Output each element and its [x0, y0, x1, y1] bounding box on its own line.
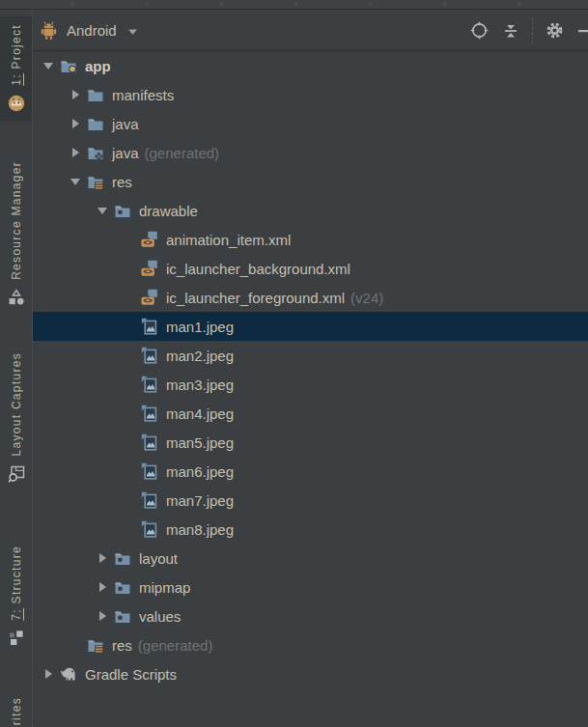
expand-arrow[interactable]: [64, 90, 87, 99]
tree-row[interactable]: <> animation_item.xml: [33, 225, 588, 254]
svg-text:<>: <>: [143, 267, 153, 276]
tree-row[interactable]: mipmap: [33, 573, 588, 601]
tree-row[interactable]: <> ic_launcher_background.xml: [33, 254, 588, 283]
android-studio-project-panel: 1: Project Resource Manager Layout Captu…: [0, 0, 588, 727]
tool-window-tab-layout-captures[interactable]: Layout Captures: [0, 345, 32, 491]
main-toolbar-remnant: [0, 0, 588, 10]
view-selector[interactable]: Android: [40, 20, 138, 41]
tree-row[interactable]: java: [33, 109, 588, 138]
tree-row-label: man7.jpeg: [166, 492, 234, 509]
expand-arrow[interactable]: [91, 582, 114, 592]
image-file-icon: [141, 376, 160, 393]
expand-arrow[interactable]: [91, 553, 114, 563]
tree-row-label: man3.jpeg: [166, 377, 234, 393]
tool-window-tab-1-project[interactable]: 1: Project: [0, 16, 32, 121]
expand-arrow[interactable]: [37, 669, 60, 679]
tool-window-tab-label: Layout Captures: [10, 352, 23, 457]
tree-row-label: res: [112, 174, 132, 190]
android-robot-icon: [40, 20, 58, 41]
image-file-icon: [141, 433, 160, 451]
tree-row-label: values: [139, 608, 181, 625]
tree-row[interactable]: <> ic_launcher_foreground.xml (v24): [33, 283, 588, 312]
tree-row[interactable]: manifests: [33, 80, 588, 109]
tree-row[interactable]: man6.jpeg: [33, 457, 588, 486]
tree-row[interactable]: Gradle Scripts: [33, 659, 588, 688]
tree-row[interactable]: app: [33, 51, 588, 80]
tool-window-tab-label: 1: Project: [10, 24, 23, 86]
gradle-icon: [60, 665, 79, 683]
folder-icon: [87, 86, 106, 103]
collapse-all-button[interactable]: [500, 18, 521, 43]
structure-icon: [8, 629, 25, 646]
tree-row-label: java: [112, 145, 139, 161]
expand-arrow[interactable]: [64, 179, 87, 185]
expand-arrow[interactable]: [91, 611, 114, 621]
tree-row-label: layout: [139, 550, 178, 567]
tree-row-label: man4.jpeg: [166, 405, 234, 422]
tree-row-label: mipmap: [139, 579, 190, 596]
image-file-icon: [141, 520, 160, 538]
tool-window-stripe: 1: Project Resource Manager Layout Captu…: [0, 11, 33, 727]
tree-row-label: man6.jpeg: [166, 463, 234, 480]
tree-row-label: res: [112, 637, 132, 654]
tree-row-label: man8.jpeg: [166, 521, 234, 538]
res-folder-icon: [87, 636, 106, 654]
tree-row-suffix: (v24): [350, 290, 383, 306]
hide-panel-button[interactable]: [575, 18, 588, 43]
image-file-icon: [141, 318, 160, 335]
tree-row[interactable]: man3.jpeg: [33, 370, 588, 399]
tree-row[interactable]: layout: [33, 544, 588, 573]
tree-row[interactable]: java (generated): [33, 138, 588, 167]
project-icon: [7, 94, 26, 113]
settings-button[interactable]: [544, 18, 565, 43]
res-folder-icon: [87, 173, 106, 190]
image-file-icon: [141, 347, 160, 364]
tool-window-tab-label: Resource Manager: [10, 161, 23, 280]
tree-row[interactable]: man4.jpeg: [33, 399, 588, 428]
expand-arrow[interactable]: [64, 119, 87, 128]
tree-row[interactable]: values: [33, 601, 588, 630]
tool-window-tab-7-structure[interactable]: 7: Structure: [0, 538, 32, 654]
tree-row[interactable]: man5.jpeg: [33, 428, 588, 457]
expand-arrow[interactable]: [64, 148, 87, 157]
tool-window-tab-label: 7: Structure: [10, 545, 23, 621]
project-tree: app manifests java java (generated): [33, 51, 588, 727]
folder-icon: [87, 115, 106, 132]
toolbar-divider: [532, 18, 533, 43]
tree-row[interactable]: res: [33, 167, 588, 196]
tree-row-label: java: [112, 116, 139, 132]
resource-folder-icon: [114, 549, 133, 567]
drawable-xml-file-icon: <>: [141, 231, 160, 248]
generated-folder-icon: [87, 144, 106, 161]
gear-icon: [546, 21, 564, 40]
tool-window-tab-favorites[interactable]: Favorites: [0, 689, 32, 727]
view-selector-label: Android: [65, 22, 121, 39]
tree-row[interactable]: drawable: [33, 196, 588, 225]
module-folder-icon: [60, 57, 79, 74]
tree-row-label: animation_item.xml: [166, 232, 291, 248]
locate-selected-file-button[interactable]: [468, 18, 490, 43]
expand-arrow[interactable]: [91, 208, 114, 214]
tree-row[interactable]: man7.jpeg: [33, 486, 588, 515]
project-panel-toolbar: Android: [33, 11, 588, 51]
tool-window-tab-label: Favorites: [10, 697, 23, 727]
shapes-icon: [7, 288, 26, 307]
tree-row-suffix: (generated): [145, 145, 220, 161]
tree-row-label: man2.jpeg: [166, 348, 234, 364]
tree-row-label: drawable: [139, 203, 198, 219]
crosshair-icon: [470, 21, 489, 40]
tool-window-tab-resource-manager[interactable]: Resource Manager: [0, 154, 32, 315]
tree-row[interactable]: man1.jpeg: [33, 312, 588, 341]
image-file-icon: [141, 491, 160, 509]
expand-arrow[interactable]: [37, 63, 60, 70]
tree-row[interactable]: man8.jpeg: [33, 515, 588, 544]
tree-row-label: manifests: [112, 87, 174, 103]
svg-text:<>: <>: [143, 296, 153, 305]
drawable-xml-file-icon: <>: [141, 260, 160, 277]
tree-row-label: man5.jpeg: [166, 434, 234, 451]
tree-row[interactable]: res (generated): [33, 630, 588, 659]
tree-row-label: ic_launcher_foreground.xml: [166, 290, 345, 306]
chevron-down-icon: [127, 22, 138, 40]
tree-row-suffix: (generated): [138, 637, 213, 654]
tree-row[interactable]: man2.jpeg: [33, 341, 588, 370]
